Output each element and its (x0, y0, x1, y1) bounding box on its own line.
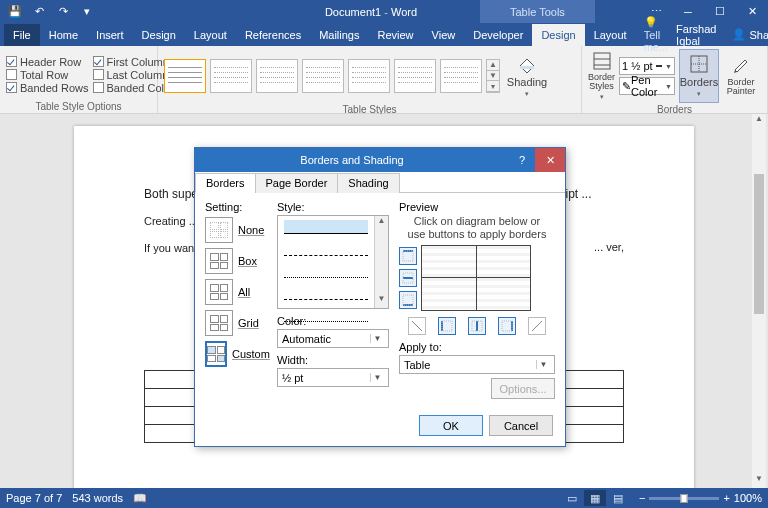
border-diag-down-button[interactable] (408, 317, 426, 335)
setting-column: Setting: None Box All Grid Custom (205, 201, 267, 399)
tab-table-design[interactable]: Design (532, 24, 584, 46)
table-style-thumb[interactable] (164, 59, 206, 93)
pen-color-combo[interactable]: ✎Pen Color▼ (619, 77, 675, 95)
scroll-down-icon[interactable]: ▼ (752, 474, 766, 488)
preview-label: Preview (399, 201, 555, 213)
apply-to-combo[interactable]: Table▼ (399, 355, 555, 374)
setting-custom[interactable]: Custom (205, 341, 267, 367)
spellcheck-icon[interactable]: 📖 (133, 492, 147, 505)
ribbon: Header Row Total Row Banded Rows First C… (0, 46, 768, 114)
style-gallery-scroll[interactable]: ▲▼▾ (486, 59, 500, 93)
zoom-out-button[interactable]: − (639, 492, 645, 504)
undo-icon[interactable]: ↶ (28, 1, 50, 23)
setting-none[interactable]: None (205, 217, 267, 243)
border-vmiddle-button[interactable] (468, 317, 486, 335)
tab-borders[interactable]: Borders (195, 173, 256, 193)
border-painter-button[interactable]: Border Painter (721, 49, 761, 103)
style-solid[interactable] (284, 220, 368, 234)
tab-table-layout[interactable]: Layout (585, 24, 636, 46)
zoom-slider[interactable] (649, 497, 719, 500)
border-diag-up-button[interactable] (528, 317, 546, 335)
scrollbar-thumb[interactable] (754, 174, 764, 314)
table-style-thumb[interactable] (302, 59, 344, 93)
table-style-thumb[interactable] (394, 59, 436, 93)
read-mode-icon[interactable]: ▭ (561, 490, 583, 506)
web-layout-icon[interactable]: ▤ (607, 490, 629, 506)
style-dash-dot[interactable] (284, 286, 368, 300)
tab-view[interactable]: View (423, 24, 465, 46)
tab-review[interactable]: Review (369, 24, 423, 46)
width-combo[interactable]: ½ pt▼ (277, 368, 389, 387)
view-switcher: ▭ ▦ ▤ (561, 490, 629, 506)
qat-more-icon[interactable]: ▾ (76, 1, 98, 23)
border-bottom-button[interactable] (399, 291, 417, 309)
tab-developer[interactable]: Developer (464, 24, 532, 46)
checkbox-icon (6, 82, 17, 93)
style-dotted[interactable] (284, 264, 368, 278)
page-count[interactable]: Page 7 of 7 (6, 492, 62, 504)
scroll-up-icon[interactable]: ▲ (375, 216, 388, 230)
opt-total-row[interactable]: Total Row (6, 69, 89, 81)
tab-insert[interactable]: Insert (87, 24, 133, 46)
borders-button[interactable]: Borders▾ (679, 49, 719, 103)
svg-rect-1 (594, 53, 610, 69)
share-button[interactable]: 👤Share (724, 23, 768, 46)
style-dashed[interactable] (284, 242, 368, 256)
zoom-in-button[interactable]: + (723, 492, 729, 504)
scroll-up-icon[interactable]: ▲ (487, 60, 499, 71)
zoom-knob[interactable] (681, 494, 688, 503)
setting-all[interactable]: All (205, 279, 267, 305)
tab-page-border[interactable]: Page Border (255, 173, 339, 193)
close-icon[interactable]: ✕ (736, 0, 768, 23)
word-count[interactable]: 543 words (72, 492, 123, 504)
table-style-thumb[interactable] (210, 59, 252, 93)
group-label: Table Style Options (6, 100, 151, 113)
cancel-button[interactable]: Cancel (489, 415, 553, 436)
help-icon[interactable]: ? (509, 154, 535, 166)
vertical-scrollbar[interactable]: ▲ ▼ (752, 114, 766, 488)
checkbox-icon (93, 69, 104, 80)
border-styles-icon (592, 51, 612, 71)
opt-banded-rows[interactable]: Banded Rows (6, 82, 89, 94)
scroll-down-icon[interactable]: ▼ (375, 294, 388, 308)
preview-diagram[interactable] (421, 245, 531, 311)
gallery-more-icon[interactable]: ▾ (487, 81, 499, 92)
border-right-button[interactable] (498, 317, 516, 335)
print-layout-icon[interactable]: ▦ (584, 490, 606, 506)
save-icon[interactable]: 💾 (4, 1, 26, 23)
tab-design[interactable]: Design (133, 24, 185, 46)
tab-mailings[interactable]: Mailings (310, 24, 368, 46)
tab-layout[interactable]: Layout (185, 24, 236, 46)
setting-grid[interactable]: Grid (205, 310, 267, 336)
color-combo[interactable]: Automatic▼ (277, 329, 389, 348)
dialog-titlebar[interactable]: Borders and Shading ? ✕ (195, 148, 565, 172)
tab-shading[interactable]: Shading (337, 173, 399, 193)
close-icon[interactable]: ✕ (535, 148, 565, 172)
table-style-thumb[interactable] (440, 59, 482, 93)
border-top-button[interactable] (399, 247, 417, 265)
ok-button[interactable]: OK (419, 415, 483, 436)
tab-file[interactable]: File (4, 24, 40, 46)
scroll-down-icon[interactable]: ▼ (487, 71, 499, 82)
listbox-scrollbar[interactable]: ▲▼ (374, 216, 388, 308)
border-hmiddle-button[interactable] (399, 269, 417, 287)
tab-references[interactable]: References (236, 24, 310, 46)
tab-home[interactable]: Home (40, 24, 87, 46)
svg-rect-19 (502, 321, 512, 331)
table-style-thumb[interactable] (256, 59, 298, 93)
setting-box[interactable]: Box (205, 248, 267, 274)
status-bar: Page 7 of 7 543 words 📖 ▭ ▦ ▤ − + 100% (0, 488, 768, 508)
style-listbox[interactable]: ▲▼ (277, 215, 389, 309)
shading-button[interactable]: Shading▾ (504, 49, 550, 103)
border-left-button[interactable] (438, 317, 456, 335)
scroll-up-icon[interactable]: ▲ (752, 114, 766, 128)
table-style-thumb[interactable] (348, 59, 390, 93)
style-label: Style: (277, 201, 389, 213)
zoom-value[interactable]: 100% (734, 492, 762, 504)
opt-header-row[interactable]: Header Row (6, 56, 89, 68)
border-styles-button[interactable]: Border Styles▾ (588, 49, 615, 103)
share-icon: 👤 (732, 28, 746, 41)
pen-weight-combo[interactable]: 1 ½ pt▼ (619, 57, 675, 75)
chevron-down-icon: ▼ (536, 360, 550, 369)
redo-icon[interactable]: ↷ (52, 1, 74, 23)
